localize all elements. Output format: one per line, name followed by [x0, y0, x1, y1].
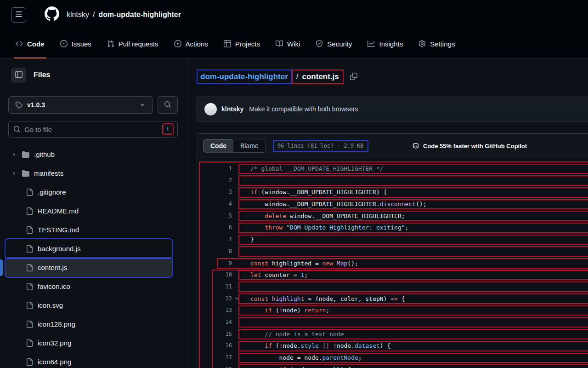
- code-icon: [16, 40, 23, 47]
- repo-owner-link[interactable]: klntsky: [67, 11, 89, 19]
- repo-nav: CodeIssuesPull requestsActionsProjectsWi…: [0, 29, 588, 58]
- line-number[interactable]: 12: [197, 293, 232, 305]
- code-text: }: [250, 234, 254, 246]
- copilot-banner[interactable]: Code 55% faster with GitHub Copilot: [412, 134, 527, 158]
- file-tree-item-icon.svg[interactable]: icon.svg: [6, 296, 172, 315]
- copilot-banner-text: Code 55% faster with GitHub Copilot: [423, 143, 527, 150]
- hamburger-menu-button[interactable]: [11, 7, 26, 23]
- file-tree-item-favicon.ico[interactable]: favicon.ico: [6, 277, 172, 296]
- line-number[interactable]: 14: [197, 316, 232, 328]
- code-line-10: 10let counter = 1;: [197, 269, 588, 281]
- branch-selector[interactable]: v1.0.3: [8, 96, 153, 114]
- goto-file-shortcut-key: t: [164, 125, 172, 134]
- file-tree: .githubmanifests.gitignoreREADME.mdTESTI…: [0, 138, 188, 368]
- tab-pull-requests[interactable]: Pull requests: [101, 29, 165, 58]
- go-to-file-input[interactable]: [24, 126, 158, 133]
- file-name: .github: [34, 150, 55, 158]
- code-text: /* global __DOM_UPDATE_HIGHLIGHTER */: [250, 163, 384, 175]
- tab-wiki[interactable]: Wiki: [269, 29, 306, 58]
- line-number[interactable]: 3: [197, 186, 232, 198]
- code-text: if (!node.style || !node.dataset) {: [250, 340, 390, 352]
- file-tree-item-manifests[interactable]: manifests: [6, 164, 172, 183]
- line-number[interactable]: 5: [197, 210, 232, 222]
- file-tree-item-content.js[interactable]: content.js: [6, 258, 172, 277]
- tab-projects[interactable]: Projects: [217, 29, 266, 58]
- avatar[interactable]: [204, 103, 217, 115]
- line-number[interactable]: 4: [197, 198, 232, 210]
- line-number[interactable]: 1: [197, 163, 232, 175]
- line-number[interactable]: 18: [197, 364, 232, 368]
- tab-label: Code: [27, 40, 45, 48]
- line-number[interactable]: 8: [197, 246, 232, 258]
- line-number[interactable]: 15: [197, 328, 232, 340]
- code-text: delete window.__DOM_UPDATE_HIGHLIGHTER;: [250, 210, 405, 222]
- shield-icon: [316, 40, 323, 47]
- tab-code[interactable]: Code: [9, 29, 51, 58]
- tab-actions[interactable]: Actions: [168, 29, 215, 58]
- repo-name-link[interactable]: dom-update-highlighter: [98, 11, 181, 19]
- line-number[interactable]: 17: [197, 352, 232, 364]
- line-number[interactable]: 10: [197, 269, 232, 281]
- code-line-6: 6 throw "DOM Update Highlighter: exiting…: [197, 222, 588, 234]
- file-tree-item-.gitignore[interactable]: .gitignore: [6, 183, 172, 201]
- active-file-indicator: [0, 259, 3, 276]
- files-title: Files: [34, 71, 50, 79]
- commit-message[interactable]: Make it compatible with both browsers: [249, 105, 358, 113]
- view-tab-blame[interactable]: Blame: [233, 139, 266, 152]
- file-icon: [26, 302, 33, 309]
- gear-icon: [418, 40, 426, 47]
- file-tree-item-TESTING.md[interactable]: TESTING.md: [6, 220, 172, 239]
- code-line-14: 14: [197, 316, 588, 328]
- line-number[interactable]: 7: [197, 234, 232, 246]
- line-number[interactable]: 16: [197, 340, 232, 352]
- file-tree-item-icon128.png[interactable]: icon128.png: [6, 315, 172, 334]
- code-text: window.__DOM_UPDATE_HIGHLIGHTER.disconne…: [250, 198, 427, 210]
- file-tree-item-icon32.png[interactable]: icon32.png: [6, 334, 172, 352]
- tab-label: Settings: [430, 40, 455, 48]
- code-text: if (window.__DOM_UPDATE_HIGHLIGHTER) {: [250, 186, 387, 198]
- file-tree-item-background.js[interactable]: background.js: [6, 239, 172, 258]
- annotation-box-code-line: [238, 235, 588, 245]
- file-breadcrumb: dom-update-highlighter / content.js: [197, 69, 357, 84]
- file-tree-item-README.md[interactable]: README.md: [6, 201, 172, 220]
- code-text: // node is a text node: [250, 328, 344, 340]
- copilot-icon: [412, 142, 419, 150]
- code-text: const highlighted = new Map();: [250, 258, 358, 270]
- collapse-sidebar-button[interactable]: [11, 68, 26, 83]
- line-number[interactable]: 6: [197, 222, 232, 234]
- tab-security[interactable]: Security: [309, 29, 358, 58]
- commit-author[interactable]: klntsky: [221, 105, 243, 113]
- tab-insights[interactable]: Insights: [361, 29, 409, 58]
- view-tab-code[interactable]: Code: [204, 139, 233, 152]
- fold-chevron-icon[interactable]: [234, 296, 240, 301]
- copy-path-button[interactable]: [350, 73, 357, 81]
- graph-icon: [368, 40, 375, 47]
- code-line-18: 18 if (node === null) {: [197, 364, 588, 368]
- copy-icon: [350, 73, 357, 81]
- search-files-button[interactable]: [158, 96, 178, 114]
- code-line-11: 11: [197, 281, 588, 293]
- breadcrumb-file-name: content.js: [302, 72, 339, 81]
- chevron-right-icon[interactable]: [10, 152, 17, 157]
- breadcrumb-repo-link[interactable]: dom-update-highlighter: [200, 72, 288, 81]
- file-icon: [26, 245, 33, 253]
- chevron-right-icon[interactable]: [10, 171, 17, 176]
- code-line-8: 8: [197, 246, 588, 258]
- git-pull-request-icon: [107, 40, 114, 47]
- file-name: icon128.png: [38, 320, 75, 328]
- sidebar-collapse-icon: [15, 71, 23, 80]
- github-logo[interactable]: [45, 6, 59, 23]
- line-number[interactable]: 9: [197, 258, 232, 270]
- annotation-box-breadcrumb-file: / content.js: [292, 69, 344, 84]
- files-header: Files: [0, 58, 188, 82]
- tab-label: Actions: [186, 40, 208, 48]
- line-number[interactable]: 11: [197, 281, 232, 293]
- tab-issues[interactable]: Issues: [54, 29, 98, 58]
- book-icon: [276, 40, 283, 47]
- file-tree-item-.github[interactable]: .github: [6, 145, 172, 164]
- file-tree-item-icon64.png[interactable]: icon64.png: [6, 352, 172, 368]
- go-to-file-field[interactable]: t: [8, 121, 178, 138]
- line-number[interactable]: 13: [197, 305, 232, 316]
- line-number[interactable]: 2: [197, 175, 232, 187]
- tab-settings[interactable]: Settings: [412, 29, 461, 58]
